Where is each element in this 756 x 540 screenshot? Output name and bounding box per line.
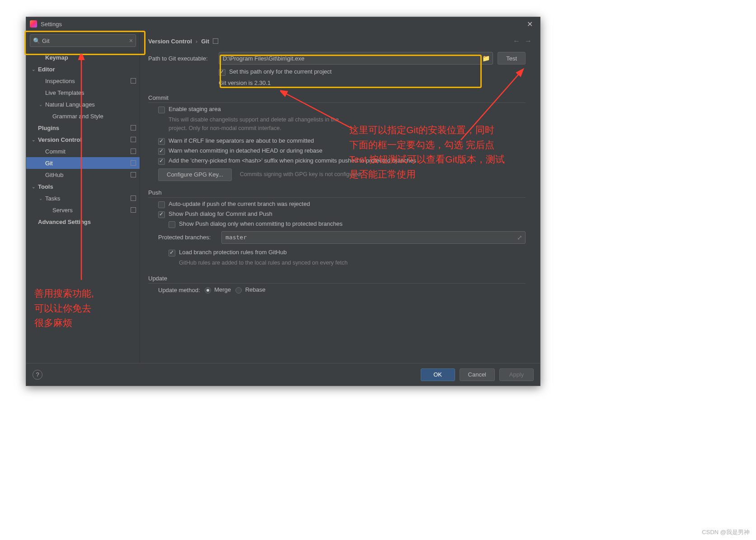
- app-icon: [30, 20, 37, 28]
- chevron-icon: ⌄: [39, 196, 45, 201]
- breadcrumb-root[interactable]: Version Control: [148, 38, 192, 45]
- sidebar-item-label: GitHub: [45, 172, 129, 178]
- sidebar-item-plugins[interactable]: Plugins: [26, 122, 140, 134]
- help-icon[interactable]: ?: [33, 370, 42, 380]
- enable-staging-checkbox[interactable]: Enable staging area: [158, 106, 526, 113]
- sidebar-item-natural-languages[interactable]: ⌄Natural Languages: [26, 98, 140, 110]
- rules-hint: GitHub rules are added to the local rule…: [158, 259, 526, 267]
- dialog-footer: ? OK Cancel Apply: [26, 363, 540, 386]
- sidebar-item-label: Keymap: [45, 54, 136, 61]
- chevron-icon: ⌄: [32, 67, 38, 72]
- sidebar-item-tools[interactable]: ⌄Tools: [26, 181, 140, 192]
- sidebar-item-label: Git: [45, 160, 129, 167]
- chevron-icon: ⌄: [39, 102, 45, 107]
- sidebar-item-servers[interactable]: Servers: [26, 204, 140, 216]
- nav-back-icon[interactable]: ←: [513, 37, 520, 45]
- project-scope-icon: [131, 207, 136, 213]
- project-scope-icon: [131, 160, 136, 166]
- search-icon: 🔍: [33, 37, 40, 44]
- content-scroll[interactable]: Path to Git executable: D:\Program Files…: [148, 51, 532, 363]
- rebase-radio[interactable]: Rebase: [235, 286, 265, 293]
- load-rules-checkbox[interactable]: Load branch protection rules from GitHub: [158, 249, 526, 256]
- sidebar-item-label: Tools: [38, 183, 136, 190]
- sidebar-item-label: Commit: [45, 148, 129, 155]
- project-scope-icon: [131, 78, 136, 84]
- sidebar-item-advanced-settings[interactable]: Advanced Settings: [26, 216, 140, 228]
- git-version-text: Git version is 2.30.1: [148, 79, 526, 86]
- update-section-header: Update: [148, 275, 526, 284]
- sidebar-item-label: Version Control: [38, 136, 129, 143]
- clear-search-icon[interactable]: ×: [129, 37, 133, 44]
- sidebar-item-label: Plugins: [38, 125, 129, 131]
- protected-branches-input[interactable]: master ⤢: [221, 231, 526, 244]
- project-scope-icon: [131, 149, 136, 154]
- window-title: Settings: [41, 21, 62, 28]
- titlebar: Settings ✕: [26, 17, 540, 31]
- project-scope-icon: [131, 137, 136, 142]
- sidebar-item-label: Tasks: [45, 195, 129, 202]
- sidebar-item-git[interactable]: Git: [26, 157, 140, 169]
- sidebar-item-label: Inspections: [45, 78, 129, 84]
- settings-tree: Keymap⌄EditorInspectionsLive Templates⌄N…: [26, 51, 140, 363]
- apply-button[interactable]: Apply: [499, 368, 534, 381]
- watermark: CSDN @我是男神: [702, 528, 750, 536]
- update-method-label: Update method:: [158, 287, 200, 293]
- auto-update-checkbox[interactable]: Auto-update if push of the current branc…: [158, 200, 526, 208]
- test-button[interactable]: Test: [498, 52, 526, 65]
- sidebar-item-label: Editor: [38, 66, 136, 73]
- sidebar-item-keymap[interactable]: Keymap: [26, 51, 140, 63]
- sidebar-item-grammar-and-style[interactable]: Grammar and Style: [26, 110, 140, 122]
- staging-hint: This will disable changelists support an…: [158, 116, 348, 133]
- gpg-hint: Commits signing with GPG key is not conf…: [240, 170, 361, 179]
- ok-button[interactable]: OK: [421, 368, 455, 381]
- cancel-button[interactable]: Cancel: [460, 368, 495, 381]
- search-input[interactable]: [42, 37, 129, 44]
- close-icon[interactable]: ✕: [523, 17, 536, 31]
- protected-branches-label: Protected branches:: [158, 234, 221, 241]
- project-scope-icon: [131, 125, 136, 130]
- show-push-dialog-protected-checkbox[interactable]: Show Push dialog only when committing to…: [158, 220, 526, 228]
- project-scope-icon: [213, 38, 218, 44]
- browse-folder-icon[interactable]: 📁: [482, 55, 490, 62]
- show-push-dialog-checkbox[interactable]: Show Push dialog for Commit and Push: [158, 210, 526, 218]
- search-input-wrapper[interactable]: 🔍 ×: [30, 34, 136, 47]
- sidebar-item-label: Live Templates: [45, 89, 136, 96]
- expand-icon[interactable]: ⤢: [517, 234, 522, 241]
- chevron-icon: ⌄: [32, 137, 38, 142]
- sidebar-item-label: Grammar and Style: [52, 113, 136, 120]
- content-panel: Version Control › Git ← → Path to Git ex…: [140, 31, 540, 363]
- chevron-icon: ⌄: [32, 184, 38, 189]
- configure-gpg-button[interactable]: Configure GPG Key...: [158, 168, 232, 181]
- merge-radio[interactable]: Merge: [205, 286, 231, 293]
- project-scope-icon: [131, 172, 136, 177]
- push-section-header: Push: [148, 189, 526, 198]
- git-path-label: Path to Git executable:: [148, 55, 219, 62]
- warn-detached-checkbox[interactable]: Warn when committing in detached HEAD or…: [158, 147, 526, 155]
- project-scope-icon: [131, 196, 136, 201]
- sidebar-item-commit[interactable]: Commit: [26, 145, 140, 157]
- sidebar-item-version-control[interactable]: ⌄Version Control: [26, 134, 140, 145]
- breadcrumb: Version Control › Git ← →: [148, 35, 532, 47]
- sidebar-item-live-templates[interactable]: Live Templates: [26, 87, 140, 98]
- chevron-right-icon: ›: [196, 38, 197, 45]
- git-path-input[interactable]: D:\Program Files\Git\bin\git.exe 📁: [219, 52, 493, 65]
- sidebar-item-label: Servers: [52, 207, 129, 214]
- sidebar-item-inspections[interactable]: Inspections: [26, 75, 140, 87]
- sidebar-item-label: Advanced Settings: [38, 219, 136, 225]
- warn-crlf-checkbox[interactable]: Warn if CRLF line separators are about t…: [158, 137, 526, 145]
- breadcrumb-leaf: Git: [201, 38, 209, 45]
- sidebar-item-github[interactable]: GitHub: [26, 169, 140, 181]
- sidebar: 🔍 × Keymap⌄EditorInspectionsLive Templat…: [26, 31, 140, 363]
- project-only-checkbox[interactable]: Set this path only for the current proje…: [219, 68, 332, 76]
- sidebar-item-tasks[interactable]: ⌄Tasks: [26, 192, 140, 204]
- cherry-suffix-checkbox[interactable]: Add the 'cherry-picked from <hash>' suff…: [158, 157, 526, 165]
- nav-forward-icon[interactable]: →: [525, 37, 532, 45]
- sidebar-item-editor[interactable]: ⌄Editor: [26, 63, 140, 75]
- commit-section-header: Commit: [148, 94, 526, 103]
- sidebar-item-label: Natural Languages: [45, 101, 136, 108]
- settings-dialog: Settings ✕ 🔍 × Keymap⌄EditorInspectionsL…: [26, 17, 540, 386]
